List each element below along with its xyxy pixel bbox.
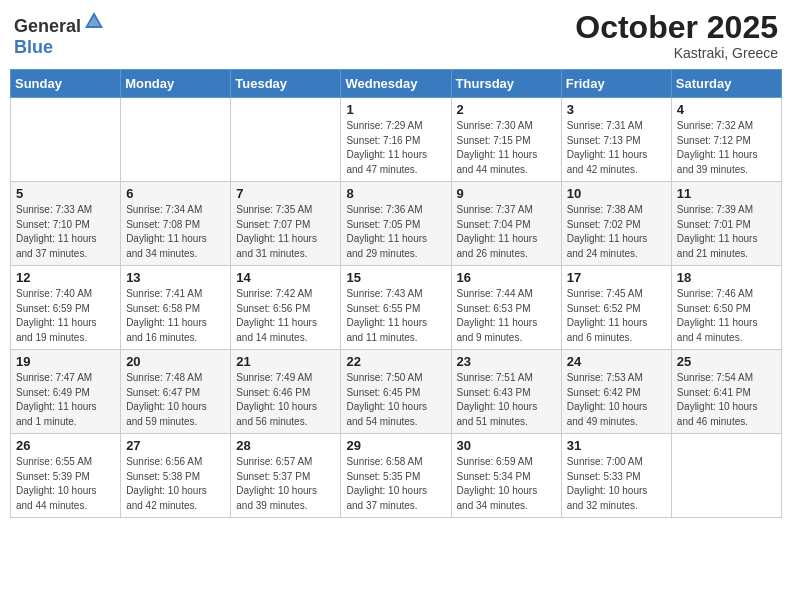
day-info: Sunrise: 7:40 AMSunset: 6:59 PMDaylight:…	[16, 287, 115, 345]
calendar-week-row: 1Sunrise: 7:29 AMSunset: 7:16 PMDaylight…	[11, 98, 782, 182]
month-title: October 2025	[575, 10, 778, 45]
day-number: 4	[677, 102, 776, 117]
calendar-cell: 22Sunrise: 7:50 AMSunset: 6:45 PMDayligh…	[341, 350, 451, 434]
day-number: 9	[457, 186, 556, 201]
day-number: 8	[346, 186, 445, 201]
day-number: 30	[457, 438, 556, 453]
calendar-cell: 30Sunrise: 6:59 AMSunset: 5:34 PMDayligh…	[451, 434, 561, 518]
day-info: Sunrise: 7:54 AMSunset: 6:41 PMDaylight:…	[677, 371, 776, 429]
calendar-cell: 1Sunrise: 7:29 AMSunset: 7:16 PMDaylight…	[341, 98, 451, 182]
location-subtitle: Kastraki, Greece	[575, 45, 778, 61]
day-info: Sunrise: 7:31 AMSunset: 7:13 PMDaylight:…	[567, 119, 666, 177]
calendar-cell: 2Sunrise: 7:30 AMSunset: 7:15 PMDaylight…	[451, 98, 561, 182]
day-number: 17	[567, 270, 666, 285]
day-number: 24	[567, 354, 666, 369]
day-info: Sunrise: 7:33 AMSunset: 7:10 PMDaylight:…	[16, 203, 115, 261]
day-info: Sunrise: 7:46 AMSunset: 6:50 PMDaylight:…	[677, 287, 776, 345]
calendar-cell	[671, 434, 781, 518]
day-number: 23	[457, 354, 556, 369]
calendar-header-row: SundayMondayTuesdayWednesdayThursdayFrid…	[11, 70, 782, 98]
calendar-cell: 27Sunrise: 6:56 AMSunset: 5:38 PMDayligh…	[121, 434, 231, 518]
calendar-week-row: 12Sunrise: 7:40 AMSunset: 6:59 PMDayligh…	[11, 266, 782, 350]
day-info: Sunrise: 7:39 AMSunset: 7:01 PMDaylight:…	[677, 203, 776, 261]
calendar-cell: 16Sunrise: 7:44 AMSunset: 6:53 PMDayligh…	[451, 266, 561, 350]
weekday-header: Monday	[121, 70, 231, 98]
day-number: 12	[16, 270, 115, 285]
day-info: Sunrise: 6:56 AMSunset: 5:38 PMDaylight:…	[126, 455, 225, 513]
calendar-cell: 25Sunrise: 7:54 AMSunset: 6:41 PMDayligh…	[671, 350, 781, 434]
calendar-cell: 3Sunrise: 7:31 AMSunset: 7:13 PMDaylight…	[561, 98, 671, 182]
calendar-cell: 15Sunrise: 7:43 AMSunset: 6:55 PMDayligh…	[341, 266, 451, 350]
day-info: Sunrise: 6:59 AMSunset: 5:34 PMDaylight:…	[457, 455, 556, 513]
day-info: Sunrise: 7:41 AMSunset: 6:58 PMDaylight:…	[126, 287, 225, 345]
calendar-cell: 4Sunrise: 7:32 AMSunset: 7:12 PMDaylight…	[671, 98, 781, 182]
day-number: 7	[236, 186, 335, 201]
day-number: 16	[457, 270, 556, 285]
day-number: 10	[567, 186, 666, 201]
calendar-cell: 6Sunrise: 7:34 AMSunset: 7:08 PMDaylight…	[121, 182, 231, 266]
logo: General Blue	[14, 10, 105, 58]
calendar-cell: 9Sunrise: 7:37 AMSunset: 7:04 PMDaylight…	[451, 182, 561, 266]
day-info: Sunrise: 7:35 AMSunset: 7:07 PMDaylight:…	[236, 203, 335, 261]
day-number: 5	[16, 186, 115, 201]
logo-icon	[83, 10, 105, 32]
calendar-week-row: 26Sunrise: 6:55 AMSunset: 5:39 PMDayligh…	[11, 434, 782, 518]
weekday-header: Thursday	[451, 70, 561, 98]
calendar-cell: 26Sunrise: 6:55 AMSunset: 5:39 PMDayligh…	[11, 434, 121, 518]
weekday-header: Friday	[561, 70, 671, 98]
day-info: Sunrise: 7:49 AMSunset: 6:46 PMDaylight:…	[236, 371, 335, 429]
calendar-cell	[121, 98, 231, 182]
calendar-table: SundayMondayTuesdayWednesdayThursdayFrid…	[10, 69, 782, 518]
calendar-week-row: 19Sunrise: 7:47 AMSunset: 6:49 PMDayligh…	[11, 350, 782, 434]
calendar-cell: 28Sunrise: 6:57 AMSunset: 5:37 PMDayligh…	[231, 434, 341, 518]
calendar-cell: 12Sunrise: 7:40 AMSunset: 6:59 PMDayligh…	[11, 266, 121, 350]
page-header: General Blue October 2025 Kastraki, Gree…	[10, 10, 782, 61]
calendar-cell: 20Sunrise: 7:48 AMSunset: 6:47 PMDayligh…	[121, 350, 231, 434]
calendar-week-row: 5Sunrise: 7:33 AMSunset: 7:10 PMDaylight…	[11, 182, 782, 266]
day-number: 29	[346, 438, 445, 453]
day-number: 15	[346, 270, 445, 285]
calendar-cell: 8Sunrise: 7:36 AMSunset: 7:05 PMDaylight…	[341, 182, 451, 266]
calendar-cell: 19Sunrise: 7:47 AMSunset: 6:49 PMDayligh…	[11, 350, 121, 434]
day-number: 26	[16, 438, 115, 453]
day-info: Sunrise: 6:57 AMSunset: 5:37 PMDaylight:…	[236, 455, 335, 513]
day-info: Sunrise: 7:53 AMSunset: 6:42 PMDaylight:…	[567, 371, 666, 429]
logo-blue: Blue	[14, 37, 53, 57]
day-info: Sunrise: 7:43 AMSunset: 6:55 PMDaylight:…	[346, 287, 445, 345]
day-number: 1	[346, 102, 445, 117]
weekday-header: Tuesday	[231, 70, 341, 98]
day-number: 18	[677, 270, 776, 285]
calendar-cell: 7Sunrise: 7:35 AMSunset: 7:07 PMDaylight…	[231, 182, 341, 266]
day-number: 14	[236, 270, 335, 285]
day-number: 6	[126, 186, 225, 201]
calendar-cell: 5Sunrise: 7:33 AMSunset: 7:10 PMDaylight…	[11, 182, 121, 266]
day-number: 21	[236, 354, 335, 369]
day-number: 11	[677, 186, 776, 201]
calendar-cell: 23Sunrise: 7:51 AMSunset: 6:43 PMDayligh…	[451, 350, 561, 434]
calendar-cell: 24Sunrise: 7:53 AMSunset: 6:42 PMDayligh…	[561, 350, 671, 434]
day-info: Sunrise: 7:51 AMSunset: 6:43 PMDaylight:…	[457, 371, 556, 429]
day-info: Sunrise: 7:37 AMSunset: 7:04 PMDaylight:…	[457, 203, 556, 261]
day-number: 20	[126, 354, 225, 369]
day-number: 27	[126, 438, 225, 453]
day-info: Sunrise: 7:32 AMSunset: 7:12 PMDaylight:…	[677, 119, 776, 177]
day-number: 19	[16, 354, 115, 369]
day-number: 25	[677, 354, 776, 369]
calendar-cell: 18Sunrise: 7:46 AMSunset: 6:50 PMDayligh…	[671, 266, 781, 350]
day-info: Sunrise: 7:29 AMSunset: 7:16 PMDaylight:…	[346, 119, 445, 177]
weekday-header: Wednesday	[341, 70, 451, 98]
calendar-cell: 21Sunrise: 7:49 AMSunset: 6:46 PMDayligh…	[231, 350, 341, 434]
day-info: Sunrise: 7:34 AMSunset: 7:08 PMDaylight:…	[126, 203, 225, 261]
title-block: October 2025 Kastraki, Greece	[575, 10, 778, 61]
day-info: Sunrise: 7:42 AMSunset: 6:56 PMDaylight:…	[236, 287, 335, 345]
day-info: Sunrise: 7:50 AMSunset: 6:45 PMDaylight:…	[346, 371, 445, 429]
calendar-cell: 10Sunrise: 7:38 AMSunset: 7:02 PMDayligh…	[561, 182, 671, 266]
day-info: Sunrise: 6:58 AMSunset: 5:35 PMDaylight:…	[346, 455, 445, 513]
calendar-cell	[11, 98, 121, 182]
day-number: 3	[567, 102, 666, 117]
day-info: Sunrise: 6:55 AMSunset: 5:39 PMDaylight:…	[16, 455, 115, 513]
calendar-cell: 14Sunrise: 7:42 AMSunset: 6:56 PMDayligh…	[231, 266, 341, 350]
calendar-cell	[231, 98, 341, 182]
day-info: Sunrise: 7:48 AMSunset: 6:47 PMDaylight:…	[126, 371, 225, 429]
calendar-cell: 13Sunrise: 7:41 AMSunset: 6:58 PMDayligh…	[121, 266, 231, 350]
